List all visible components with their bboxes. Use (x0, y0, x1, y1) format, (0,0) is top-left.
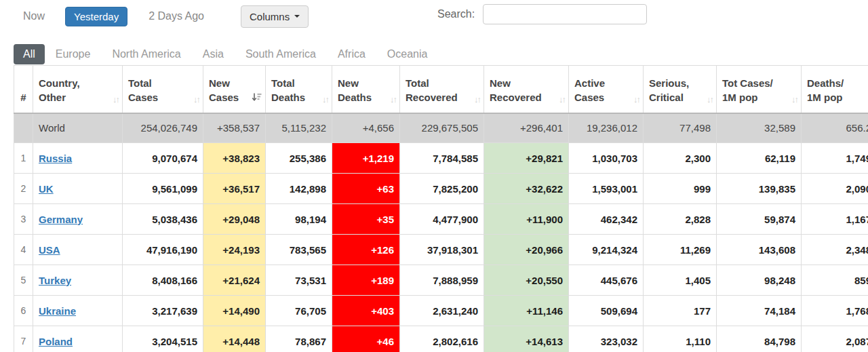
cell-new-deaths: +46 (332, 326, 400, 352)
header-label: Critical (649, 90, 711, 104)
cell-country: UK (33, 174, 123, 204)
cell-cases-per-1m: 59,874 (717, 204, 802, 235)
cell-country: Turkey (33, 265, 123, 296)
cell-cases-per-1m: 74,184 (717, 296, 802, 326)
cell-active-cases: 462,342 (569, 204, 644, 235)
cell-total-recovered: 4,477,900 (400, 204, 484, 235)
cell-total-recovered: 7,825,200 (400, 174, 484, 204)
time-link-now[interactable]: Now (23, 10, 45, 22)
toolbar: Now Yesterday 2 Days Ago Columns Search: (0, 0, 868, 43)
cell-serious-critical: 999 (644, 174, 717, 204)
cell-country: Germany (33, 204, 123, 235)
sort-both-icon: ↓↑ (559, 94, 565, 104)
cell-total-deaths: 255,386 (266, 143, 332, 174)
cell-serious-critical: 2,300 (644, 143, 717, 174)
tab-europe[interactable]: Europe (45, 44, 102, 64)
tab-oceania[interactable]: Oceania (376, 44, 439, 64)
cell-new-deaths: +189 (332, 265, 400, 296)
cell-deaths-per-1m: 2,090 (802, 174, 868, 204)
col-header-new-cases[interactable]: NewCases (203, 66, 266, 113)
cell-total-deaths: 783,565 (266, 235, 332, 265)
cell-active-cases: 1,030,703 (569, 143, 644, 174)
cell-new-cases: +29,048 (203, 204, 266, 235)
sort-both-icon: ↓↑ (390, 94, 396, 104)
cell-total-deaths: 73,531 (266, 265, 332, 296)
tab-all[interactable]: All (14, 44, 45, 64)
cell-new-cases: +24,193 (203, 235, 266, 265)
col-header-serious-critical[interactable]: Serious,Critical↓↑ (644, 66, 717, 113)
sort-both-icon: ↓↑ (474, 94, 480, 104)
cell-active-cases: 9,214,324 (569, 235, 644, 265)
header-label: Cases (574, 90, 637, 104)
cell-total-cases: 254,026,749 (123, 113, 203, 143)
header-label: Other (39, 90, 117, 104)
header-label: Recovered (406, 90, 478, 104)
cell-deaths-per-1m: 859 (802, 265, 868, 296)
col-header-total-deaths[interactable]: TotalDeaths↓↑ (266, 66, 332, 113)
cell-rank: 1 (14, 143, 33, 174)
header-label: Active (574, 76, 637, 90)
sort-both-icon: ↓↑ (633, 94, 639, 104)
cell-country: Poland (33, 326, 123, 352)
time-link-2-days-ago[interactable]: 2 Days Ago (149, 10, 204, 22)
cell-total-cases: 9,561,099 (123, 174, 203, 204)
sort-both-icon: ↓↑ (322, 94, 328, 104)
cell-serious-critical: 11,269 (644, 235, 717, 265)
cell-new-deaths: +4,656 (332, 113, 400, 143)
cell-deaths-per-1m: 1,768 (802, 296, 868, 326)
cell-new-deaths: +403 (332, 296, 400, 326)
tab-africa[interactable]: Africa (327, 44, 376, 64)
cell-deaths-per-1m: 2,348 (802, 235, 868, 265)
cell-cases-per-1m: 62,119 (717, 143, 802, 174)
header-label: Tot Cases/ (722, 76, 795, 90)
col-header-active-cases[interactable]: ActiveCases↓↑ (569, 66, 644, 113)
cell-country: World (33, 113, 123, 143)
col-header-total-recovered[interactable]: TotalRecovered↓↑ (400, 66, 484, 113)
cell-new-cases: +21,624 (203, 265, 266, 296)
tab-asia[interactable]: Asia (192, 44, 235, 64)
cell-new-recovered: +14,613 (484, 326, 569, 352)
cell-total-recovered: 229,675,505 (400, 113, 484, 143)
country-link[interactable]: Turkey (39, 275, 71, 286)
tab-north-america[interactable]: North America (101, 44, 191, 64)
country-link[interactable]: Germany (39, 214, 83, 225)
col-header-country[interactable]: Country,Other↓↑ (33, 66, 123, 113)
table-header-row: #Country,Other↓↑TotalCases↓↑NewCasesTota… (14, 66, 868, 113)
cell-total-cases: 5,038,436 (123, 204, 203, 235)
col-header-new-deaths[interactable]: NewDeaths↓↑ (332, 66, 400, 113)
col-header-rank: # (14, 66, 33, 113)
cell-country: Russia (33, 143, 123, 174)
table-row: 2UK9,561,099+36,517142,898+637,825,200+3… (14, 174, 868, 204)
cell-active-cases: 445,676 (569, 265, 644, 296)
cell-new-cases: +38,823 (203, 143, 266, 174)
cell-country: USA (33, 235, 123, 265)
col-header-new-recovered[interactable]: NewRecovered↓↑ (484, 66, 569, 113)
country-link[interactable]: Poland (39, 336, 73, 347)
tab-south-america[interactable]: South America (235, 44, 327, 64)
table-row: 1Russia9,070,674+38,823255,386+1,2197,78… (14, 143, 868, 174)
cell-total-deaths: 78,867 (266, 326, 332, 352)
cell-rank: 4 (14, 235, 33, 265)
country-link[interactable]: USA (39, 244, 60, 256)
table-row: 6Ukraine3,217,639+14,49076,705+4032,631,… (14, 296, 868, 326)
country-link[interactable]: Russia (39, 153, 72, 164)
time-button-yesterday[interactable]: Yesterday (65, 7, 127, 26)
country-link[interactable]: UK (39, 183, 54, 195)
cell-new-recovered: +296,401 (484, 113, 569, 143)
header-label: New (209, 76, 260, 90)
cell-new-recovered: +11,146 (484, 296, 569, 326)
cell-rank: 2 (14, 174, 33, 204)
country-link[interactable]: Ukraine (39, 305, 76, 317)
cell-total-cases: 47,916,190 (123, 235, 203, 265)
sort-both-icon: ↓↑ (791, 94, 797, 104)
header-label: Country, (39, 76, 117, 90)
header-label: Deaths/ (807, 76, 868, 90)
search-input[interactable] (483, 4, 647, 24)
col-header-cases-per-1m[interactable]: Tot Cases/1M pop↓↑ (717, 66, 802, 113)
col-header-deaths-per-1m[interactable]: Deaths/1M pop↓↑ (802, 66, 868, 113)
table-row: 3Germany5,038,436+29,04898,194+354,477,9… (14, 204, 868, 235)
col-header-total-cases[interactable]: TotalCases↓↑ (123, 66, 203, 113)
sort-both-icon: ↓↑ (707, 94, 713, 104)
cell-serious-critical: 2,828 (644, 204, 717, 235)
columns-dropdown-button[interactable]: Columns (241, 5, 309, 28)
